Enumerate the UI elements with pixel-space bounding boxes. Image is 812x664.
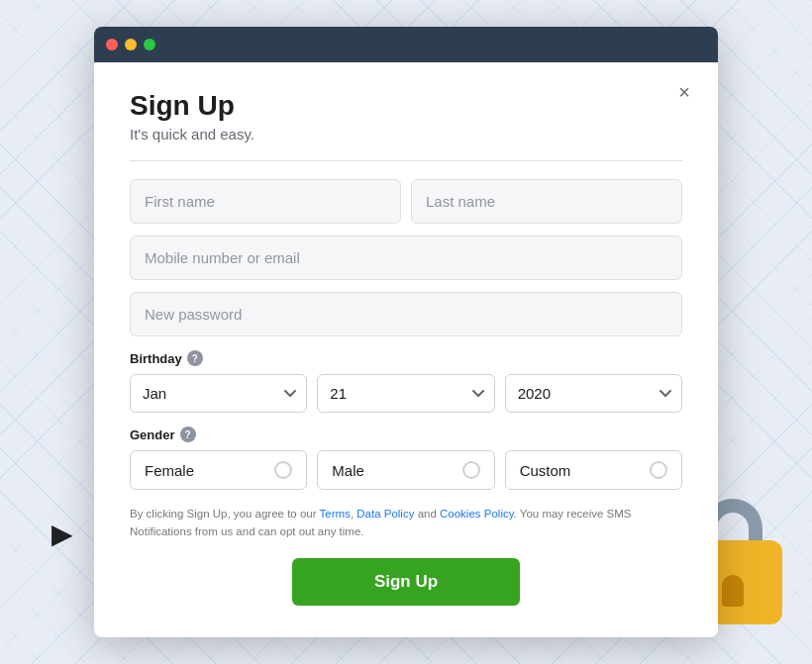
- signup-button[interactable]: Sign Up: [292, 558, 520, 606]
- modal-subtitle: It's quick and easy.: [130, 126, 682, 142]
- gender-custom-radio[interactable]: [650, 461, 667, 479]
- dot-yellow[interactable]: [125, 39, 137, 50]
- password-input[interactable]: [130, 292, 682, 336]
- title-bar: [94, 27, 718, 62]
- email-input[interactable]: [130, 236, 682, 280]
- close-button[interactable]: ×: [670, 78, 698, 106]
- gender-male[interactable]: Male: [317, 450, 494, 490]
- first-name-input[interactable]: [130, 179, 401, 224]
- divider: [130, 160, 682, 161]
- modal-title: Sign Up: [130, 90, 682, 122]
- gender-female-radio[interactable]: [274, 461, 292, 479]
- birthday-label: Birthday ?: [130, 350, 682, 366]
- gender-help-icon[interactable]: ?: [180, 427, 196, 442]
- year-select[interactable]: 202320222021 202020192018 201720162015 2…: [505, 374, 682, 413]
- gender-options: Female Male Custom: [130, 450, 682, 490]
- birthday-help-icon[interactable]: ?: [187, 350, 203, 366]
- cursor-arrow: ▶: [51, 518, 73, 550]
- month-select[interactable]: JanFebMar AprMayJun JulAugSep OctNovDec: [130, 374, 307, 413]
- gender-label: Gender ?: [130, 427, 682, 442]
- gender-custom[interactable]: Custom: [505, 450, 682, 490]
- gender-male-radio[interactable]: [462, 461, 480, 479]
- modal-window: × Sign Up It's quick and easy. Birthday …: [94, 27, 718, 637]
- day-select[interactable]: 1234 5678 9101112 13141516 17181920 2122…: [317, 374, 494, 413]
- data-policy-link[interactable]: Data Policy: [356, 508, 414, 520]
- birthday-section: Birthday ? JanFebMar AprMayJun JulAugSep…: [130, 350, 682, 413]
- gender-female[interactable]: Female: [130, 450, 307, 490]
- gender-custom-label: Custom: [520, 462, 571, 479]
- terms-link[interactable]: Terms: [320, 508, 351, 520]
- dot-red[interactable]: [106, 39, 118, 50]
- gender-male-label: Male: [332, 462, 364, 479]
- gender-female-label: Female: [145, 462, 194, 479]
- name-row: [130, 179, 682, 224]
- terms-text: By clicking Sign Up, you agree to our Te…: [130, 506, 682, 540]
- cookies-link[interactable]: Cookies Policy: [440, 508, 514, 520]
- gender-section: Gender ? Female Male Custom: [130, 427, 682, 490]
- modal-content: × Sign Up It's quick and easy. Birthday …: [94, 62, 718, 637]
- dot-green[interactable]: [144, 39, 155, 50]
- birthday-dropdowns: JanFebMar AprMayJun JulAugSep OctNovDec …: [130, 374, 682, 413]
- last-name-input[interactable]: [411, 179, 682, 224]
